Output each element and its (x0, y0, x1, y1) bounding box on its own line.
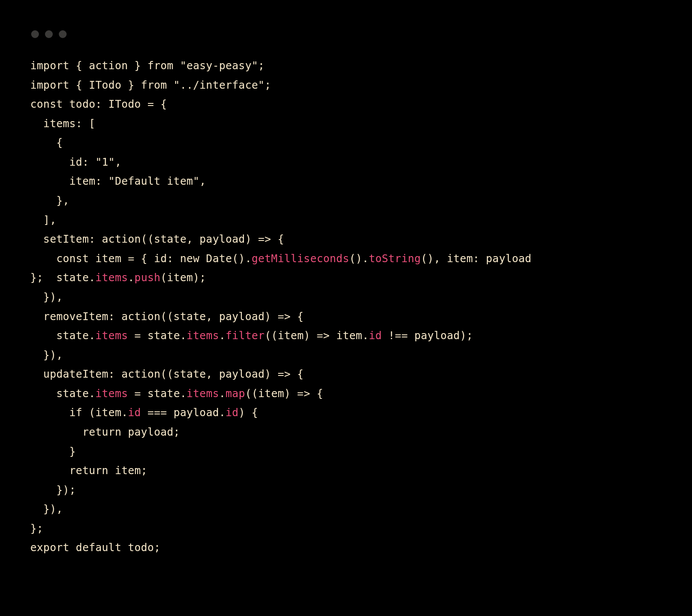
code-line: }), (30, 346, 662, 365)
code-token: } (30, 445, 76, 458)
code-token: "1" (96, 156, 115, 168)
code-block: import { action } from "easy-peasy";impo… (30, 56, 662, 558)
code-token: removeItem: action((state, payload) => { (30, 310, 304, 323)
code-token: const todo: ITodo = { (30, 98, 167, 110)
code-line: const todo: ITodo = { (30, 95, 662, 114)
code-token: push (135, 271, 160, 284)
code-line: }; state.items.push(item); (30, 268, 662, 288)
code-line: item: "Default item", (30, 172, 662, 191)
titlebar (31, 30, 662, 38)
code-token: items (96, 329, 128, 342)
code-token: { (30, 136, 63, 149)
code-token: = state. (128, 387, 186, 400)
code-token: if (item. (30, 406, 128, 419)
code-line: } (30, 442, 662, 462)
code-token: id: (30, 156, 96, 168)
code-line: import { action } from "easy-peasy"; (30, 56, 662, 76)
code-token: (), item: payload (421, 252, 538, 265)
code-line: }, (30, 191, 662, 211)
code-token: ; (265, 79, 271, 91)
code-line: }), (30, 500, 662, 519)
code-line: import { ITodo } from "../interface"; (30, 76, 662, 95)
code-token: state. (30, 329, 96, 342)
code-token: state. (30, 387, 96, 400)
code-token: !== payload); (382, 329, 473, 342)
code-token: }; state. (30, 271, 96, 284)
code-token: === payload. (141, 406, 226, 419)
code-line: if (item.id === payload.id) { (30, 403, 662, 423)
code-token: }, (30, 194, 69, 207)
code-token: , (115, 156, 122, 168)
code-line: state.items = state.items.map((item) => … (30, 384, 662, 404)
code-line: state.items = state.items.filter((item) … (30, 326, 662, 346)
code-token: items (186, 387, 219, 400)
code-token: ) { (239, 406, 258, 419)
code-token: . (219, 329, 226, 342)
code-token: (item); (160, 271, 206, 284)
code-token: id (226, 406, 239, 419)
code-line: const item = { id: new Date().getMillise… (30, 249, 662, 269)
code-token: "easy-peasy" (180, 59, 258, 72)
code-token: }; (30, 522, 43, 535)
code-token: items: [ (30, 117, 96, 130)
code-token: id (128, 406, 141, 419)
code-line: id: "1", (30, 153, 662, 172)
code-token: setItem: action((state, payload) => { (30, 233, 284, 245)
code-token: (). (349, 252, 368, 265)
code-line: }); (30, 481, 662, 500)
code-token: item: (30, 175, 109, 187)
code-token: return item; (30, 464, 147, 477)
code-line: removeItem: action((state, payload) => { (30, 307, 662, 327)
code-line: ], (30, 211, 662, 230)
code-token: "../interface" (173, 79, 265, 91)
code-token: ((item) => item. (265, 329, 369, 342)
code-token: }), (30, 291, 63, 303)
code-line: }; (30, 519, 662, 539)
zoom-icon[interactable] (59, 30, 67, 38)
code-token: . (219, 387, 226, 400)
code-line: }), (30, 288, 662, 307)
minimize-icon[interactable] (45, 30, 53, 38)
code-token: items (96, 271, 128, 284)
code-token: const item = { id: new Date(). (30, 252, 252, 265)
code-token: import { ITodo } from (30, 79, 173, 91)
code-token: "Default item" (109, 175, 200, 187)
code-line: return item; (30, 461, 662, 481)
code-line: setItem: action((state, payload) => { (30, 230, 662, 249)
code-line: updateItem: action((state, payload) => { (30, 365, 662, 384)
code-token: getMilliseconds (252, 252, 349, 265)
code-token: id (369, 329, 382, 342)
code-token: }); (30, 484, 76, 496)
code-line: { (30, 133, 662, 153)
code-token: toString (369, 252, 421, 265)
code-token: , (199, 175, 206, 187)
code-token: ; (258, 59, 265, 72)
code-token: ((item) => { (245, 387, 324, 400)
code-line: export default todo; (30, 538, 662, 558)
code-token: = state. (128, 329, 186, 342)
code-line: items: [ (30, 114, 662, 134)
code-token: import { action } from (30, 59, 180, 72)
code-token: return payload; (30, 426, 180, 438)
code-line: return payload; (30, 423, 662, 442)
code-token: updateItem: action((state, payload) => { (30, 368, 304, 380)
code-token: map (226, 387, 245, 400)
close-icon[interactable] (31, 30, 39, 38)
code-token: . (128, 271, 135, 284)
editor-window: import { action } from "easy-peasy";impo… (17, 17, 675, 599)
code-token: }), (30, 349, 63, 361)
code-token: filter (226, 329, 265, 342)
code-token: items (186, 329, 219, 342)
code-token: export default todo; (30, 541, 160, 554)
code-token: }), (30, 503, 63, 515)
code-token: items (96, 387, 128, 400)
code-token: ], (30, 214, 56, 226)
